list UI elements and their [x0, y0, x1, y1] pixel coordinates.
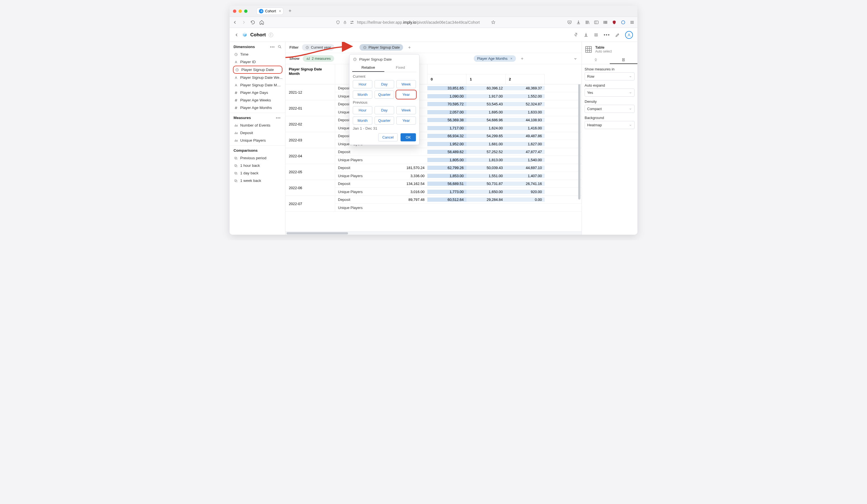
sidebar-icon[interactable]: [594, 20, 599, 25]
dimensions-header: Dimensions: [234, 45, 255, 49]
time-button-month[interactable]: Month: [353, 117, 372, 125]
show-measures-chip[interactable]: 2 measures: [303, 55, 334, 62]
tab-relative[interactable]: Relative: [352, 64, 384, 72]
rp-select[interactable]: Compact: [585, 105, 635, 113]
dimension-item[interactable]: Player Signup Date M…: [233, 81, 282, 89]
browser-tab[interactable]: Cohort ×: [256, 8, 283, 15]
library-icon[interactable]: [585, 20, 590, 25]
rp-select[interactable]: Heatmap: [585, 121, 635, 129]
col-header-month[interactable]: Player Signup Date Month: [286, 64, 335, 84]
show-label: Show: [289, 56, 299, 61]
col-header-2[interactable]: 2: [505, 74, 545, 84]
forward-icon[interactable]: [241, 20, 246, 25]
chevron-down-icon[interactable]: [573, 56, 578, 61]
svg-rect-5: [595, 33, 598, 34]
value-cell: 53,545.43: [467, 102, 505, 106]
dimensions-more-icon[interactable]: •••: [269, 45, 276, 49]
filter-chip-signup-date[interactable]: Player Signup Date: [360, 44, 403, 51]
time-button-week[interactable]: Week: [396, 106, 416, 114]
new-tab-button[interactable]: +: [286, 8, 294, 14]
time-button-quarter[interactable]: Quarter: [375, 117, 394, 125]
time-button-week[interactable]: Week: [396, 80, 416, 88]
comparison-item[interactable]: 1 week back: [233, 177, 282, 184]
reload-icon[interactable]: [250, 20, 255, 25]
user-avatar[interactable]: [625, 31, 633, 39]
remove-chip-icon[interactable]: ×: [510, 56, 513, 61]
cancel-button[interactable]: Cancel: [378, 133, 398, 141]
comparison-item[interactable]: 1 hour back: [233, 162, 282, 169]
dimension-item[interactable]: Time: [233, 51, 282, 58]
month-cell[interactable]: 2022-07: [286, 196, 335, 212]
add-filter-button[interactable]: +: [406, 45, 412, 50]
search-icon[interactable]: [278, 45, 282, 49]
edit-icon[interactable]: [615, 32, 620, 37]
info-icon[interactable]: i: [269, 33, 273, 37]
time-button-quarter[interactable]: Quarter: [375, 90, 394, 99]
home-icon[interactable]: [259, 20, 264, 25]
dimension-item[interactable]: Player Age Weeks: [233, 96, 282, 104]
dimension-item[interactable]: Player Age Days: [233, 89, 282, 96]
filter-chip-current-year[interactable]: Current year: [302, 44, 334, 51]
back-to-home-icon[interactable]: [234, 32, 239, 37]
close-tab-icon[interactable]: ×: [279, 9, 281, 13]
rp-tab-options[interactable]: [610, 56, 638, 64]
barcode-icon[interactable]: [603, 20, 608, 25]
horizontal-scrollbar[interactable]: [286, 231, 581, 235]
download-icon[interactable]: [576, 20, 581, 25]
ok-button[interactable]: OK: [400, 133, 416, 141]
minimize-window-icon[interactable]: [238, 10, 242, 13]
value-cell: 1,813.00: [467, 158, 505, 162]
col-header-1[interactable]: 1: [467, 74, 505, 84]
time-button-year[interactable]: Year: [396, 90, 416, 99]
menu-icon[interactable]: [630, 20, 635, 25]
maximize-window-icon[interactable]: [244, 10, 247, 13]
filter-popover: Player Signup Date Relative Fixed Curren…: [349, 54, 419, 145]
month-cell[interactable]: 2022-05: [286, 164, 335, 180]
comparison-item[interactable]: Previous period: [233, 154, 282, 162]
download-action-icon[interactable]: [584, 32, 589, 37]
month-cell[interactable]: 2021-12: [286, 84, 335, 100]
measure-item[interactable]: Unique Players: [233, 137, 282, 144]
table-viz-icon[interactable]: [585, 45, 592, 53]
month-cell[interactable]: 2022-04: [286, 148, 335, 164]
chevron-down-icon: [629, 75, 632, 78]
month-cell[interactable]: 2022-06: [286, 180, 335, 195]
measure-item[interactable]: Number of Events: [233, 121, 282, 129]
dimension-item[interactable]: Player Signup Date: [233, 66, 282, 74]
month-cell[interactable]: 2022-01: [286, 100, 335, 116]
dimension-item[interactable]: Player ID: [233, 58, 282, 66]
rp-select[interactable]: Yes: [585, 88, 635, 97]
month-cell[interactable]: 2022-03: [286, 132, 335, 148]
show-chip-age-months[interactable]: Player Age Months ×: [474, 55, 516, 62]
measure-item[interactable]: Deposit: [233, 129, 282, 137]
time-button-hour[interactable]: Hour: [353, 106, 372, 114]
window-controls[interactable]: [233, 10, 247, 13]
share-icon[interactable]: [593, 32, 599, 37]
add-icon[interactable]: [574, 32, 578, 37]
extension-icon[interactable]: [621, 20, 626, 25]
col-header-0[interactable]: 0: [427, 74, 467, 84]
url-field[interactable]: https://hellmar-becker.app.imply.io/pivo…: [268, 20, 564, 24]
time-button-day[interactable]: Day: [375, 80, 394, 88]
time-button-month[interactable]: Month: [353, 90, 372, 99]
measures-more-icon[interactable]: •••: [275, 116, 282, 120]
time-button-hour[interactable]: Hour: [353, 80, 372, 88]
rp-tab-pin[interactable]: [582, 56, 610, 64]
comparison-item[interactable]: 1 day back: [233, 169, 282, 177]
dimension-item[interactable]: Player Age Months: [233, 104, 282, 111]
dimension-item[interactable]: Player Signup Date We…: [233, 74, 282, 81]
pocket-icon[interactable]: [567, 20, 572, 25]
rp-select[interactable]: Row: [585, 72, 635, 81]
time-button-day[interactable]: Day: [375, 106, 394, 114]
month-cell[interactable]: 2022-02: [286, 116, 335, 132]
time-button-year[interactable]: Year: [396, 117, 416, 125]
vertical-scrollbar[interactable]: [578, 82, 580, 228]
more-actions-icon[interactable]: •••: [603, 32, 610, 37]
comparison-label: 1 hour back: [240, 163, 260, 168]
add-show-button[interactable]: +: [519, 56, 525, 61]
bookmark-icon[interactable]: [491, 20, 495, 24]
back-icon[interactable]: [232, 20, 237, 25]
adblock-icon[interactable]: [612, 20, 617, 25]
close-window-icon[interactable]: [233, 10, 236, 13]
tab-fixed[interactable]: Fixed: [384, 64, 416, 72]
